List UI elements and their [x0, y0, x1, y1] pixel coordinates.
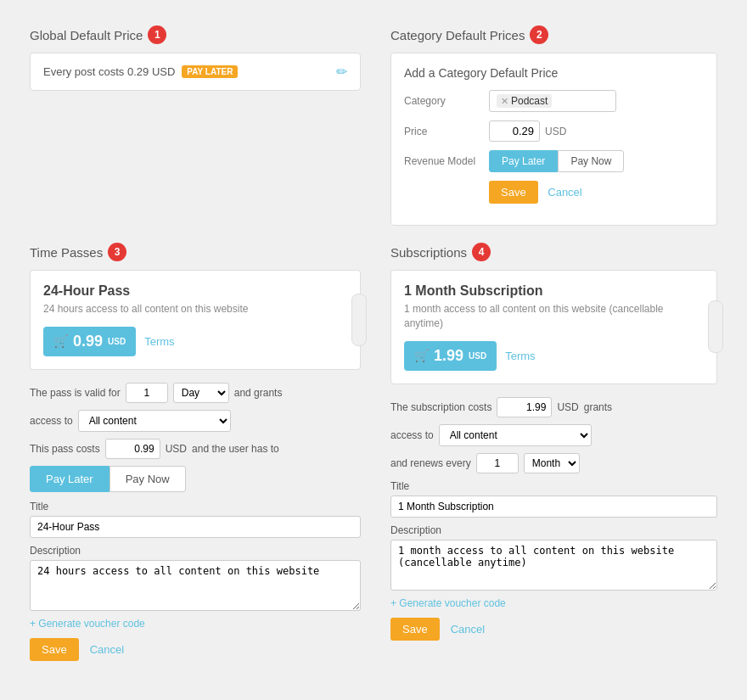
podcast-tag: ✕ Podcast	[497, 94, 552, 108]
price-control-area: USD	[489, 120, 566, 142]
cart-icon: 🛒	[53, 334, 68, 348]
revenue-model-label: Revenue Model	[404, 155, 489, 167]
revenue-model-row: Revenue Model Pay Later Pay Now	[404, 150, 704, 172]
sub-cancel-btn[interactable]: Cancel	[451, 623, 485, 636]
category-badge: 2	[530, 25, 548, 44]
time-pass-card-title: 24-Hour Pass	[43, 283, 347, 299]
sub-renews-label: and renews every	[390, 457, 471, 469]
valid-for-label: The pass is valid for	[30, 387, 121, 399]
sub-renews-input[interactable]	[476, 453, 519, 473]
global-pay-later-badge: PAY LATER	[182, 65, 238, 78]
price-field-row: Price USD	[404, 120, 704, 142]
pass-action-row: Save Cancel	[30, 638, 361, 661]
valid-for-row: The pass is valid for Day Week Month and…	[30, 383, 361, 403]
subscriptions-badge: 4	[472, 243, 491, 261]
sub-generate-voucher-link[interactable]: Generate voucher code	[390, 597, 717, 609]
sub-action-row: Save Cancel	[390, 618, 717, 641]
revenue-model-toggle: Pay Later Pay Now	[489, 150, 624, 172]
price-label: Price	[404, 126, 489, 137]
global-badge: 1	[148, 25, 166, 44]
category-default-box: Add a Category Default Price Category ✕ …	[390, 53, 717, 226]
sub-title-row: Title	[390, 480, 717, 518]
time-passes-title: Time Passes	[30, 245, 103, 260]
pay-now-toggle-btn[interactable]: Pay Now	[558, 150, 624, 172]
pass-title-label: Title	[30, 501, 361, 512]
price-input[interactable]	[489, 120, 540, 142]
pass-save-btn[interactable]: Save	[30, 638, 79, 661]
tag-label: Podcast	[511, 95, 548, 107]
sub-grants-label: grants	[584, 401, 612, 413]
cost-label: This pass costs	[30, 443, 100, 455]
sub-desc-textarea[interactable]: 1 month access to all content on this we…	[390, 540, 717, 591]
subscriptions-title: Subscriptions	[390, 245, 467, 260]
pass-pay-later-btn[interactable]: Pay Later	[30, 466, 110, 492]
sub-access-row: access to All content	[390, 424, 717, 446]
time-pass-currency: USD	[108, 337, 126, 346]
category-cancel-btn[interactable]: Cancel	[548, 186, 581, 199]
category-save-btn[interactable]: Save	[489, 181, 538, 204]
subscription-card: 1 Month Subscription 1 month access to a…	[390, 270, 717, 384]
access-to-row: access to All content	[30, 410, 361, 432]
global-edit-icon[interactable]: ✏	[336, 64, 347, 80]
sub-price-row: 🛒 1.99 USD Terms	[404, 341, 704, 371]
time-pass-price-btn[interactable]: 🛒 0.99 USD	[43, 327, 136, 356]
time-passes-badge: 3	[108, 243, 126, 261]
sub-currency: USD	[469, 351, 486, 361]
sub-card-title: 1 Month Subscription	[404, 283, 704, 299]
cost-input[interactable]	[105, 439, 160, 459]
time-pass-terms-link[interactable]: Terms	[144, 335, 174, 348]
sub-cost-input[interactable]	[497, 397, 552, 417]
cost-currency: USD	[166, 443, 187, 455]
pay-method-group: Pay Later Pay Now	[30, 466, 361, 492]
pass-desc-row: Description 24 hours access to all conte…	[30, 545, 361, 611]
global-price-box: Every post costs 0.29 USD PAY LATER ✏	[30, 53, 361, 91]
access-to-select[interactable]: All content	[78, 410, 231, 432]
valid-for-input[interactable]	[126, 383, 168, 403]
category-tag-input[interactable]: ✕ Podcast	[489, 90, 616, 112]
sub-cost-currency: USD	[557, 401, 578, 413]
sub-price: 1.99	[434, 347, 463, 365]
sub-title-input[interactable]	[390, 496, 717, 518]
time-pass-card-desc: 24 hours access to all content on this w…	[43, 302, 347, 316]
pass-desc-label: Description	[30, 545, 361, 557]
grants-label: and grants	[234, 387, 283, 399]
sub-terms-link[interactable]: Terms	[505, 350, 535, 362]
time-pass-price: 0.99	[73, 333, 103, 350]
category-form-title: Add a Category Default Price	[404, 66, 704, 80]
pass-cancel-btn[interactable]: Cancel	[90, 643, 124, 656]
time-pass-card: 24-Hour Pass 24 hours access to all cont…	[30, 270, 361, 370]
sub-card-desc: 1 month access to all content on this we…	[404, 302, 704, 331]
sub-access-label: access to	[390, 429, 434, 441]
sub-renews-row: and renews every Month Week Year	[390, 453, 717, 473]
price-currency-label: USD	[545, 126, 566, 137]
time-pass-form: The pass is valid for Day Week Month and…	[30, 378, 361, 665]
subscription-form: The subscription costs USD grants access…	[390, 393, 717, 645]
pass-pay-now-btn[interactable]: Pay Now	[110, 466, 186, 492]
sub-access-select[interactable]: All content	[439, 424, 592, 446]
time-pass-price-row: 🛒 0.99 USD Terms	[43, 327, 347, 356]
sub-renews-unit-select[interactable]: Month Week Year	[524, 453, 580, 473]
category-action-row: Save Cancel	[404, 181, 704, 204]
global-default-title: Global Default Price	[30, 28, 143, 42]
valid-for-unit-select[interactable]: Day Week Month	[173, 383, 229, 403]
access-to-label: access to	[30, 415, 73, 427]
cost-row: This pass costs USD and the user has to	[30, 439, 361, 459]
sub-price-btn[interactable]: 🛒 1.99 USD	[404, 341, 497, 371]
category-actions: Save Cancel	[489, 181, 582, 204]
global-price-text: Every post costs 0.29 USD	[43, 65, 175, 78]
sub-desc-row: Description 1 month access to all conten…	[390, 524, 717, 591]
pay-later-toggle-btn[interactable]: Pay Later	[489, 150, 558, 172]
sub-desc-label: Description	[390, 524, 717, 536]
pass-desc-textarea[interactable]: 24 hours access to all content on this w…	[30, 560, 361, 611]
category-label: Category	[404, 95, 489, 107]
pass-title-row: Title	[30, 501, 361, 538]
tag-remove-icon[interactable]: ✕	[501, 96, 508, 107]
category-default-title: Category Default Prices	[390, 28, 525, 42]
pass-title-input[interactable]	[30, 516, 361, 538]
sub-save-btn[interactable]: Save	[390, 618, 440, 641]
sub-cost-row: The subscription costs USD grants	[390, 397, 717, 417]
pass-generate-voucher-link[interactable]: Generate voucher code	[30, 618, 361, 630]
cost-suffix: and the user has to	[192, 443, 279, 455]
category-field-row: Category ✕ Podcast	[404, 90, 704, 112]
sub-cart-icon: 🛒	[414, 349, 429, 362]
